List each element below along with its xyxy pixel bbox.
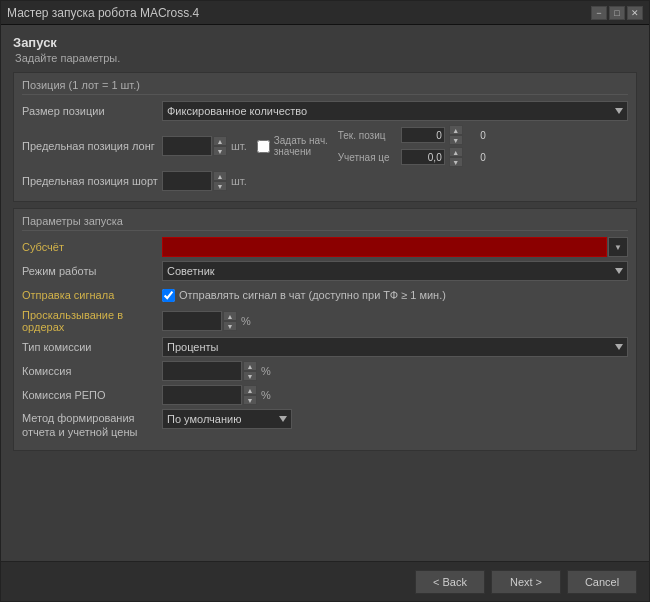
short-unit: шт. [231,175,247,187]
position-panel: Позиция (1 лот = 1 шт.) Размер позиции Ф… [13,72,637,202]
long-unit: шт. [231,140,247,152]
proskol-spin-wrapper: 0 ▲ ▼ [162,311,237,331]
subchet-row: Субсчёт ▼ [22,237,628,257]
footer: < Back Next > Cancel [1,561,649,601]
komiss-down-btn[interactable]: ▼ [243,371,257,381]
long-right-side: Задать нач. значени Тек. позиц ▲ ▼ 0 [257,125,486,167]
uch-value: 0 [466,152,486,163]
proskol-spin-buttons: ▲ ▼ [223,311,237,331]
position-panel-title: Позиция (1 лот = 1 шт.) [22,79,628,95]
long-up-button[interactable]: ▲ [213,136,227,146]
komiss-unit: % [261,365,271,377]
uch-label: Учетная це [338,152,398,163]
signal-label: Отправка сигнала [22,289,162,301]
subchet-label: Субсчёт [22,241,162,253]
nach-value: 0 [466,130,486,141]
short-row: Предельная позиция шорт 1 ▲ ▼ шт. [22,171,628,191]
method-select[interactable]: По умолчанию FIFO LIFO [162,409,292,429]
nach-input[interactable] [401,127,445,143]
uch-input[interactable] [401,149,445,165]
komiss-repo-spin-buttons: ▲ ▼ [243,385,257,405]
long-spin-wrapper: 1 ▲ ▼ [162,136,227,156]
section-subtitle: Задайте параметры. [13,52,637,64]
zadach-block: Задать нач. значени [274,135,334,157]
komiss-repo-label: Комиссия РЕПО [22,389,162,401]
nach-down-btn[interactable]: ▼ [449,135,463,145]
komiss-up-btn[interactable]: ▲ [243,361,257,371]
subchet-dropdown-icon: ▼ [614,243,622,252]
long-row: Предельная позиция лонг 1 ▲ ▼ шт. Задать… [22,125,628,167]
signal-content: Отправлять сигнал в чат (доступно при ТФ… [162,289,446,302]
size-row: Размер позиции Фиксированное количество [22,101,628,121]
komiss-repo-unit: % [261,389,271,401]
nach-label: Тек. позиц [338,130,398,141]
proskol-down-btn[interactable]: ▼ [223,321,237,331]
zadach-label: Задать нач. [274,135,334,146]
komiss-repo-spin-wrapper: 0 ▲ ▼ [162,385,257,405]
content-area: Запуск Задайте параметры. Позиция (1 лот… [1,25,649,561]
long-spin-buttons: ▲ ▼ [213,136,227,156]
next-button[interactable]: Next > [491,570,561,594]
komiss-spin-wrapper: 0 ▲ ▼ [162,361,257,381]
komiss-repo-up-btn[interactable]: ▲ [243,385,257,395]
long-down-button[interactable]: ▼ [213,146,227,156]
params-panel-title: Параметры запуска [22,215,628,231]
zadach-checkbox[interactable] [257,140,270,153]
uch-up-btn[interactable]: ▲ [449,147,463,157]
long-input[interactable]: 1 [162,136,212,156]
subchet-input[interactable] [162,237,607,257]
cancel-button[interactable]: Cancel [567,570,637,594]
long-label: Предельная позиция лонг [22,140,162,152]
komiss-repo-row: Комиссия РЕПО 0 ▲ ▼ % [22,385,628,405]
short-label: Предельная позиция шорт [22,175,162,187]
proskol-row: Проскальзывание в ордерах 0 ▲ ▼ % [22,309,628,333]
signal-row: Отправка сигнала Отправлять сигнал в чат… [22,285,628,305]
back-button[interactable]: < Back [415,570,485,594]
komiss-type-row: Тип комиссии Проценты Фиксированная [22,337,628,357]
uch-down-btn[interactable]: ▼ [449,157,463,167]
short-input[interactable]: 1 [162,171,212,191]
subchet-dropdown-btn[interactable]: ▼ [608,237,628,257]
komiss-row: Комиссия 0 ▲ ▼ % [22,361,628,381]
komiss-type-select[interactable]: Проценты Фиксированная [162,337,628,357]
short-spin-buttons: ▲ ▼ [213,171,227,191]
nach-row: Тек. позиц ▲ ▼ 0 [338,125,486,145]
maximize-button[interactable]: □ [609,6,625,20]
signal-text: Отправлять сигнал в чат (доступно при ТФ… [179,289,446,301]
method-label: Метод формирования отчета и учетной цены [22,409,162,440]
short-up-button[interactable]: ▲ [213,171,227,181]
komiss-label: Комиссия [22,365,162,377]
komiss-spin-buttons: ▲ ▼ [243,361,257,381]
proskol-unit: % [241,315,251,327]
minimize-button[interactable]: − [591,6,607,20]
uch-spin-buttons: ▲ ▼ [449,147,463,167]
nach-spin-buttons: ▲ ▼ [449,125,463,145]
short-spin-wrapper: 1 ▲ ▼ [162,171,227,191]
proskol-input[interactable]: 0 [162,311,222,331]
size-label: Размер позиции [22,105,162,117]
zadach-label2: значени [274,146,334,157]
window-title: Мастер запуска робота MACross.4 [7,6,199,20]
signal-checkbox[interactable] [162,289,175,302]
rejim-select[interactable]: Советник Торговый робот Ручной [162,261,628,281]
rejim-row: Режим работы Советник Торговый робот Руч… [22,261,628,281]
uch-row: Учетная це ▲ ▼ 0 [338,147,486,167]
params-panel: Параметры запуска Субсчёт ▼ Режим работы… [13,208,637,451]
size-select[interactable]: Фиксированное количество [162,101,628,121]
nach-up-btn[interactable]: ▲ [449,125,463,135]
rejim-label: Режим работы [22,265,162,277]
right-inputs: Тек. позиц ▲ ▼ 0 Учетная це [338,125,486,167]
title-bar-buttons: − □ ✕ [591,6,643,20]
close-button[interactable]: ✕ [627,6,643,20]
komiss-repo-input[interactable]: 0 [162,385,242,405]
title-bar: Мастер запуска робота MACross.4 − □ ✕ [1,1,649,25]
method-row: Метод формирования отчета и учетной цены… [22,409,628,440]
proskol-up-btn[interactable]: ▲ [223,311,237,321]
komiss-repo-down-btn[interactable]: ▼ [243,395,257,405]
komiss-type-label: Тип комиссии [22,341,162,353]
main-window: Мастер запуска робота MACross.4 − □ ✕ За… [0,0,650,602]
short-down-button[interactable]: ▼ [213,181,227,191]
section-title: Запуск [13,35,637,50]
komiss-input[interactable]: 0 [162,361,242,381]
proskol-label: Проскальзывание в ордерах [22,309,162,333]
